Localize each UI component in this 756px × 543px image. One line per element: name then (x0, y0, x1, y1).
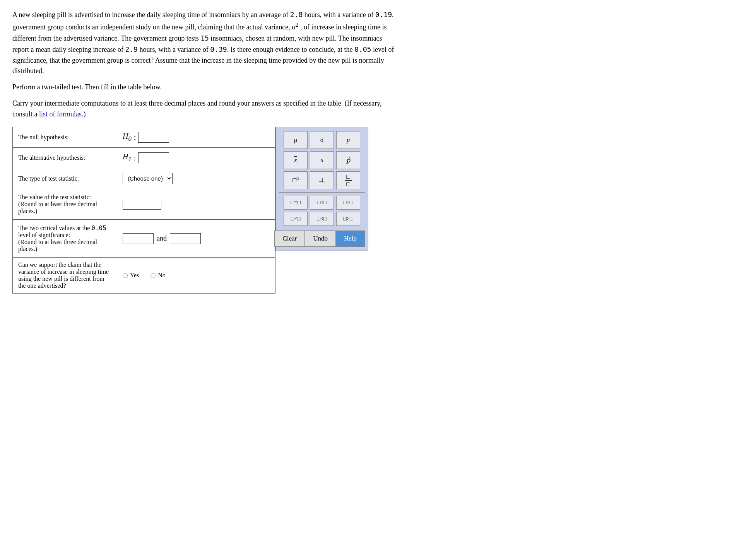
problem-line1c: . (392, 11, 394, 19)
symbol-gt[interactable]: □>□ (336, 212, 360, 226)
alt-hypothesis-label: The alternative hypothesis: (13, 148, 117, 168)
symbol-s[interactable]: s (310, 151, 334, 169)
critical-values-label: The two critical values at the 0.05 leve… (13, 220, 117, 258)
yes-radio[interactable] (123, 273, 128, 278)
problem-line2b: , of increase in sleeping time is (299, 23, 387, 31)
critical-value-1-field[interactable] (123, 233, 154, 244)
h0-sub: 0 (128, 135, 131, 142)
symbol-subscript[interactable]: □□ (310, 171, 334, 189)
symbol-p[interactable]: p (336, 131, 360, 149)
instruction1: Perform a two-tailed test. Then fill in … (12, 82, 744, 93)
problem-line4: report a mean daily sleeping increase of (12, 46, 125, 53)
alt-hypothesis-field[interactable] (138, 152, 169, 163)
subscript-symbol: □□ (319, 176, 325, 184)
h1-sub: 1 (128, 155, 131, 163)
null-hypothesis-input-cell: H0 : (117, 127, 275, 148)
superscript-symbol: □□ (292, 176, 299, 184)
symbol-neq[interactable]: □≠□ (284, 212, 308, 226)
neq-symbol: □≠□ (291, 216, 301, 222)
symbol-fraction[interactable]: □ □ (336, 171, 360, 189)
null-hypothesis-field[interactable] (138, 132, 169, 143)
val-mean: 2.9 (125, 45, 138, 53)
val-variance: 0.19 (375, 10, 392, 19)
val-alpha: 0.05 (354, 45, 371, 53)
symbol-row-5: □≠□ □<□ □>□ (279, 212, 365, 226)
phat-symbol: p̂ (346, 157, 350, 164)
problem-text: A new sleeping pill is advertised to inc… (12, 9, 744, 120)
instruction3b: .) (82, 110, 86, 118)
problem-line5: significance, that the government group … (12, 56, 384, 64)
clear-button[interactable]: Clear (274, 231, 305, 247)
equals-symbol: □=□ (291, 200, 301, 206)
leq-symbol: □≤□ (317, 200, 327, 206)
symbol-mu[interactable]: μ (284, 131, 308, 149)
problem-line1: A new sleeping pill is advertised to inc… (12, 11, 290, 19)
symbol-leq[interactable]: □≤□ (310, 196, 334, 210)
symbol-lt[interactable]: □<□ (310, 212, 334, 226)
problem-line4c: . Is there enough evidence to conclude, … (227, 46, 354, 53)
support-claim-label: Can we support the claim that the varian… (13, 258, 117, 294)
test-statistic-type-label: The type of test statistic: (13, 168, 117, 189)
action-row: Clear Undo Help (279, 231, 365, 247)
row-critical-values: The two critical values at the 0.05 leve… (13, 220, 275, 258)
null-hypothesis-label: The null hypothesis: (13, 127, 117, 148)
yes-label: Yes (130, 272, 139, 279)
row-support-claim: Can we support the claim that the varian… (13, 258, 275, 294)
xbar-symbol: x (294, 157, 297, 164)
no-label: No (158, 272, 166, 279)
symbol-row-4: □=□ □≤□ □≥□ (279, 196, 365, 210)
sigma-symbol: σ (320, 137, 324, 143)
h0-label: H0 (123, 132, 132, 143)
symbol-row-2: x s p̂ (279, 151, 365, 169)
val-s2: 0.39 (210, 45, 227, 53)
lt-symbol: □<□ (317, 216, 327, 222)
no-radio[interactable] (151, 273, 156, 278)
critical-values-cell: and (117, 220, 275, 258)
symbol-sigma[interactable]: σ (310, 131, 334, 149)
symbol-panel: μ σ p x s p̂ □□ (275, 127, 368, 251)
critical-value-2-field[interactable] (170, 233, 201, 244)
and-text: and (157, 234, 167, 242)
symbol-row-3: □□ □□ □ □ (279, 171, 365, 189)
h1-colon: : (134, 154, 136, 162)
symbol-superscript[interactable]: □□ (284, 171, 308, 189)
gt-symbol: □>□ (344, 216, 353, 222)
problem-line4b: hours, with a variance of (138, 46, 210, 53)
h0-colon: : (134, 133, 136, 142)
test-statistic-value-label: The value of the test statistic: (Round … (13, 189, 117, 220)
form-table: The null hypothesis: H0 : The alternativ… (12, 127, 275, 294)
main-layout: The null hypothesis: H0 : The alternativ… (12, 127, 744, 294)
symbol-phat[interactable]: p̂ (336, 151, 360, 169)
instruction2: Carry your intermediate computations to … (12, 99, 381, 107)
row-test-statistic-value: The value of the test statistic: (Round … (13, 189, 275, 220)
formulas-link[interactable]: list of formulas (39, 110, 82, 118)
p-symbol: p (347, 137, 350, 143)
symbol-geq[interactable]: □≥□ (336, 196, 360, 210)
test-statistic-value-field[interactable] (123, 199, 161, 210)
instruction3: consult a (12, 110, 39, 118)
problem-line4d: level of (371, 46, 394, 53)
critical-values-group: and (123, 233, 201, 244)
undo-button[interactable]: Undo (305, 231, 336, 247)
symbol-equals[interactable]: □=□ (284, 196, 308, 210)
test-statistic-select[interactable]: (Choose one) Z t Chi-square F (123, 173, 173, 184)
row-test-statistic-type: The type of test statistic: (Choose one)… (13, 168, 275, 189)
problem-line3b: insomniacs, chosen at random, with new p… (209, 34, 382, 42)
problem-line2: government group conducts an independent… (12, 23, 296, 31)
problem-line1b: hours, with a variance of (303, 11, 375, 19)
help-button[interactable]: Help (336, 231, 365, 247)
problem-line6: distributed. (12, 67, 44, 75)
test-statistic-type-cell: (Choose one) Z t Chi-square F (117, 168, 275, 189)
yes-no-group: Yes No (123, 272, 270, 279)
yes-option[interactable]: Yes (123, 272, 139, 279)
val-n: 15 (200, 34, 209, 42)
no-option[interactable]: No (151, 272, 166, 279)
mu-symbol: μ (294, 137, 298, 143)
row-alt-hypothesis: The alternative hypothesis: H1 : (13, 148, 275, 168)
sigma-superscript: 2 (296, 22, 299, 28)
symbol-xbar[interactable]: x (284, 151, 308, 169)
geq-symbol: □≥□ (344, 200, 353, 206)
s-symbol: s (321, 157, 323, 164)
problem-line3: different from the advertised variance. … (12, 34, 200, 42)
symbol-row-1: μ σ p (279, 131, 365, 149)
